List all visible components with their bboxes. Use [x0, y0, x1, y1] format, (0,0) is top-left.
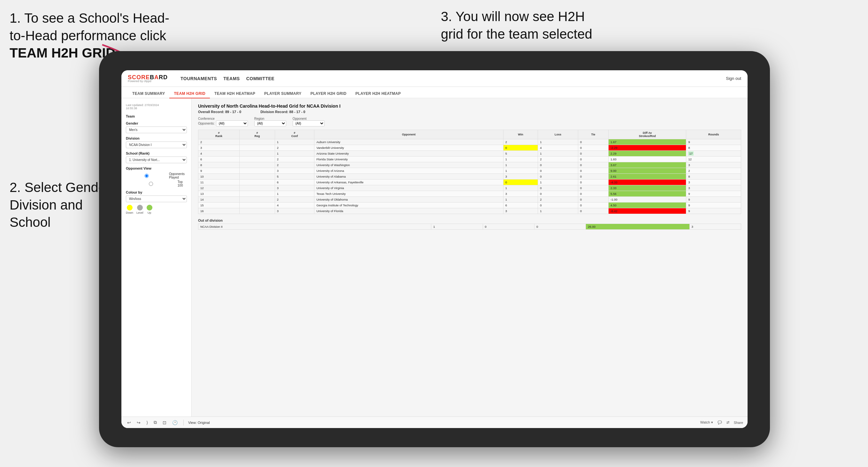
nav-teams[interactable]: TEAMS — [223, 76, 240, 81]
cell-win: 6 — [503, 203, 538, 208]
sub-nav-player-h2h-grid[interactable]: PLAYER H2H GRID — [306, 89, 351, 98]
sub-nav-team-h2h-heatmap[interactable]: TEAM H2H HEATMAP — [210, 89, 260, 98]
gender-select[interactable]: Men's — [126, 126, 187, 133]
cell-reg — [240, 197, 275, 203]
cell-tie: 0 — [578, 203, 608, 208]
cell-rounds: 9 — [686, 208, 741, 214]
cell-rounds: 3 — [686, 185, 741, 191]
cell-loss: 1 — [538, 139, 578, 145]
cell-rounds: 8 — [686, 174, 741, 180]
clock-btn[interactable]: 🕐 — [171, 419, 179, 426]
cell-reg — [240, 151, 275, 157]
cell-loss: 2 — [538, 197, 578, 203]
down-dot — [127, 205, 132, 211]
cell-loss: 0 — [538, 191, 578, 197]
cell-tie: 0 — [578, 145, 608, 151]
nav-links: TOURNAMENTS TEAMS COMMITTEE — [181, 76, 274, 81]
sign-out[interactable]: Sign out — [726, 76, 741, 81]
cell-rounds: 12 — [686, 157, 741, 162]
cell-conf: 2 — [275, 157, 314, 162]
cell-conf: 3 — [275, 168, 314, 174]
cell-rank: 13 — [198, 191, 240, 197]
cell-win: 1 — [503, 197, 538, 203]
table-row: 14 2 University of Oklahoma 1 2 0 -1.00 … — [198, 197, 741, 203]
cell-diff: 9.00 — [608, 168, 686, 174]
conference-select[interactable]: (All) — [216, 120, 248, 126]
cell-reg — [240, 157, 275, 162]
redo-btn[interactable]: ↪ — [135, 419, 142, 426]
cell-opponent: Georgia Institute of Technology — [314, 203, 503, 208]
division-select[interactable]: NCAA Division I — [126, 142, 187, 148]
cell-diff: -4.33 — [608, 180, 686, 185]
cell-conf: 2 — [275, 145, 314, 151]
cell-diff: -2.29 — [608, 145, 686, 151]
cell-rank: 11 — [198, 180, 240, 185]
copy-btn[interactable]: ⧉ — [152, 419, 158, 426]
share-icon[interactable]: ⇄ — [726, 421, 730, 425]
cell-opponent: University of Washington — [314, 162, 503, 168]
tablet-frame: SCOREBARD Powered by clippd TOURNAMENTS … — [99, 51, 770, 447]
bottom-toolbar: ↩ ↪ ⟩ ⧉ ⊡ 🕐 View: Original Watch ▾ 💬 ⇄ S… — [121, 416, 748, 428]
opponent-view-group: Opponents Played Top 100 — [126, 172, 187, 187]
table-row: 9 3 University of Arizona 1 0 0 9.00 2 — [198, 168, 741, 174]
cell-tie: 0 — [578, 174, 608, 180]
ann2-line1: 2. Select Gender, — [9, 180, 114, 195]
region-select[interactable]: (All) — [254, 120, 286, 126]
radio-opponents-played[interactable]: Opponents Played — [126, 172, 187, 179]
opponent-select[interactable]: (All) — [292, 120, 324, 126]
cell-rounds: 9 — [686, 197, 741, 203]
nav-committee[interactable]: COMMITTEE — [246, 76, 275, 81]
table-row: 11 6 University of Arkansas, Fayettevill… — [198, 180, 741, 185]
sub-nav-player-summary[interactable]: PLAYER SUMMARY — [260, 89, 306, 98]
col-loss: Loss — [538, 130, 578, 139]
out-div-division: NCAA Division II — [198, 224, 431, 230]
sub-nav-team-summary[interactable]: TEAM SUMMARY — [128, 89, 169, 98]
school-select[interactable]: 1. University of Nort... — [126, 157, 187, 163]
cell-reg — [240, 185, 275, 191]
cell-reg — [240, 203, 275, 208]
table-row: 10 5 University of Alabama 3 0 0 2.61 8 — [198, 174, 741, 180]
cell-tie: 0 — [578, 208, 608, 214]
radio-top100[interactable]: Top 100 — [126, 180, 187, 187]
undo-btn[interactable]: ↩ — [126, 419, 132, 426]
table-row: 6 2 Florida State University 1 2 0 1.83 … — [198, 157, 741, 162]
watch-btn[interactable]: Watch ▾ — [700, 421, 713, 425]
cell-conf: 6 — [275, 180, 314, 185]
cell-reg — [240, 208, 275, 214]
colour-select[interactable]: Win/loss — [126, 195, 187, 202]
grid-records: Overall Record: 89 - 17 - 0 Division Rec… — [198, 110, 741, 114]
out-of-division-section: Out of division NCAA Division II 1 0 0 2… — [198, 218, 741, 230]
sub-nav-player-h2h-heatmap[interactable]: PLAYER H2H HEATMAP — [351, 89, 405, 98]
step-btn[interactable]: ⟩ — [145, 419, 149, 426]
region-filter: Region (All) — [254, 117, 286, 126]
share-btn[interactable]: Share — [734, 421, 743, 425]
division-record: Division Record: 88 - 17 - 0 — [260, 110, 305, 114]
cell-opponent: University of Alabama — [314, 174, 503, 180]
table-row: 12 3 University of Virginia 1 0 0 2.33 3 — [198, 185, 741, 191]
division-label: Division — [126, 136, 187, 140]
cell-rounds: 8 — [686, 145, 741, 151]
cell-rank: 16 — [198, 208, 240, 214]
cell-rank: 14 — [198, 197, 240, 203]
cell-tie: 0 — [578, 162, 608, 168]
sub-nav-team-h2h-grid[interactable]: TEAM H2H GRID — [169, 89, 210, 98]
cell-conf: 5 — [275, 174, 314, 180]
ann1-line2: to-Head performance click — [9, 28, 166, 43]
cell-tie: 0 — [578, 197, 608, 203]
col-rank: #Rank — [198, 130, 240, 139]
out-div-tie: 0 — [534, 224, 586, 230]
grid-area: University of North Carolina Head-to-Hea… — [192, 98, 748, 416]
cell-rounds: 9 — [686, 203, 741, 208]
sub-nav: TEAM SUMMARY TEAM H2H GRID TEAM H2H HEAT… — [121, 87, 748, 98]
out-div-loss: 0 — [483, 224, 534, 230]
format-btn[interactable]: ⊡ — [161, 419, 168, 426]
table-row: 13 1 Texas Tech University 3 0 0 5.56 9 — [198, 191, 741, 197]
timestamp: Last Updated: 27/03/2024 16:55:38 — [126, 103, 187, 110]
cell-rounds: 9 — [686, 191, 741, 197]
overall-record: Overall Record: 89 - 17 - 0 — [198, 110, 241, 114]
cell-tie: 0 — [578, 168, 608, 174]
comment-btn[interactable]: 💬 — [717, 421, 722, 425]
cell-tie: 0 — [578, 157, 608, 162]
cell-loss: 1 — [538, 151, 578, 157]
nav-tournaments[interactable]: TOURNAMENTS — [181, 76, 217, 81]
